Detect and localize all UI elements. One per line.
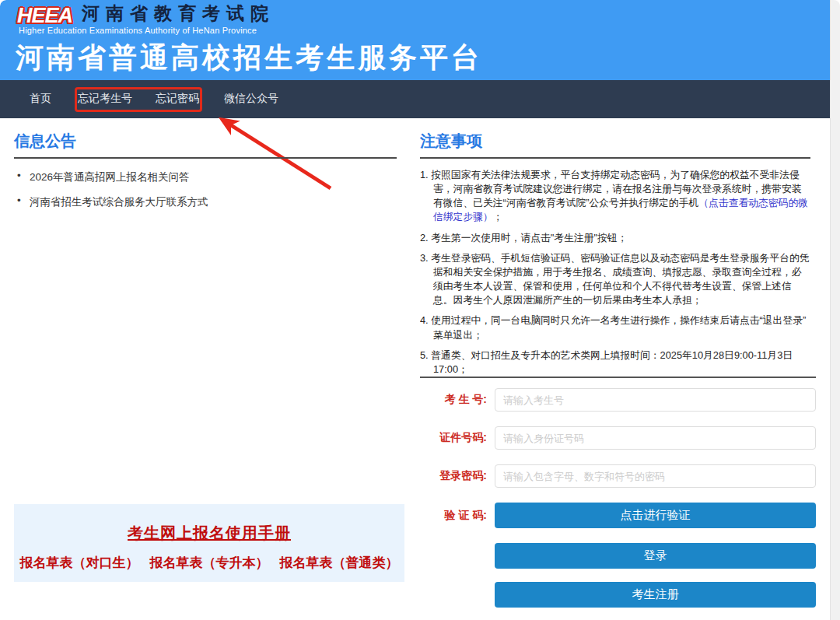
notice-number: 3. (420, 252, 431, 264)
info-announcement-link[interactable]: 2026年普通高招网上报名相关问答 (14, 170, 397, 184)
scrollbar[interactable] (830, 0, 840, 620)
notice-number: 5. (420, 349, 431, 361)
password-row: 登录密码: (420, 464, 816, 488)
notice-item: 3. 考生登录密码、手机短信验证码、密码验证信息以及动态密码是考生登录服务平台的… (420, 251, 810, 308)
notices-title: 注意事项 (420, 131, 810, 159)
candidate-number-input[interactable] (495, 388, 816, 412)
notice-number: 4. (420, 314, 431, 326)
org-name-en: Higher Education Examinations Authority … (19, 26, 257, 35)
notices-panel: 注意事项 1. 按照国家有关法律法规要求，平台支持绑定动态密码，为了确保您的权益… (420, 131, 810, 378)
notice-number: 2. (420, 232, 431, 243)
notice-item: 5. 普通类、对口招生及专升本的艺术类网上填报时间：2025年10月28日9:0… (420, 349, 810, 377)
form-separator (420, 377, 816, 378)
site-header: HEEA 河南省教育考试院 Higher Education Examinati… (0, 0, 830, 80)
org-name-cn: 河南省教育考试院 (82, 4, 275, 23)
login-button[interactable]: 登录 (495, 543, 816, 569)
manual-title-link[interactable]: 考生网上报名使用手册 (128, 523, 291, 544)
notice-text: ； (493, 211, 503, 222)
notice-text: 使用过程中，同一台电脑同时只允许一名考生进行操作，操作结束后请点击“退出登录”菜… (431, 314, 806, 340)
page: HEEA 河南省教育考试院 Higher Education Examinati… (0, 0, 840, 620)
draft-form-link[interactable]: 报名草表（对口生） (20, 554, 139, 572)
candidate-number-row: 考 生 号: (420, 388, 816, 412)
verify-button[interactable]: 点击进行验证 (495, 503, 816, 528)
info-panel-title: 信息公告 (14, 131, 397, 159)
login-row: 登录 (420, 543, 816, 569)
nav-item-首页[interactable]: 首页 (30, 92, 51, 106)
navbar: 首页忘记考生号忘记密码微信公众号 (0, 80, 830, 118)
heea-logo-icon: HEEA (17, 4, 72, 26)
draft-form-link[interactable]: 报名草表（专升本） (150, 554, 269, 572)
nav-item-忘记考生号[interactable]: 忘记考生号 (78, 92, 132, 106)
draft-form-link[interactable]: 报名草表（普通类） (280, 554, 399, 572)
password-label: 登录密码: (420, 469, 495, 483)
register-button[interactable]: 考生注册 (495, 582, 816, 608)
notice-text: 考生第一次使用时，请点击"考生注册"按钮； (431, 232, 627, 243)
id-number-row: 证件号码: (420, 426, 816, 450)
nav-item-忘记密码[interactable]: 忘记密码 (156, 92, 199, 106)
notice-item: 2. 考生第一次使用时，请点击"考生注册"按钮； (420, 231, 810, 245)
candidate-number-label: 考 生 号: (420, 393, 495, 407)
logo-row: HEEA 河南省教育考试院 (17, 4, 275, 26)
notice-item: 1. 按照国家有关法律法规要求，平台支持绑定动态密码，为了确保您的权益不受非法侵… (420, 168, 810, 225)
captcha-row: 验 证 码: 点击进行验证 (420, 503, 816, 528)
captcha-label: 验 证 码: (420, 509, 495, 523)
info-announcement-link[interactable]: 河南省招生考试综合服务大厅联系方式 (14, 195, 397, 209)
manual-panel: 考生网上报名使用手册 报名草表（对口生）报名草表（专升本）报名草表（普通类） (14, 504, 404, 582)
page-title: 河南省普通高校招生考生服务平台 (16, 39, 482, 77)
id-number-label: 证件号码: (420, 431, 495, 445)
password-input[interactable] (495, 464, 816, 488)
register-row: 考生注册 (420, 582, 816, 608)
info-panel: 信息公告 2026年普通高招网上报名相关问答河南省招生考试综合服务大厅联系方式 (14, 131, 397, 220)
nav-item-微信公众号[interactable]: 微信公众号 (224, 92, 278, 106)
notice-text: 普通类、对口招生及专升本的艺术类网上填报时间：2025年10月28日9:00-1… (431, 349, 793, 375)
notice-number: 1. (420, 169, 431, 180)
login-form: 考 生 号:证件号码:登录密码: 验 证 码: 点击进行验证 登录 考生注册 (420, 377, 816, 620)
id-number-input[interactable] (495, 426, 816, 450)
notice-item: 4. 使用过程中，同一台电脑同时只允许一名考生进行操作，操作结束后请点击“退出登… (420, 314, 810, 342)
notice-text: 考生登录密码、手机短信验证码、密码验证信息以及动态密码是考生登录服务平台的凭据和… (431, 252, 809, 306)
